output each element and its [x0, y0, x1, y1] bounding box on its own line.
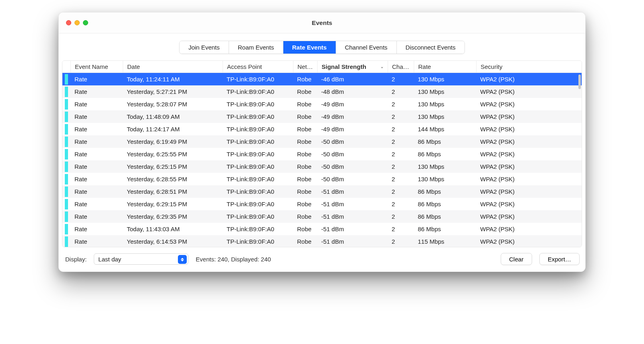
cell-event-name: Rate: [70, 238, 123, 245]
cell-date: Yesterday, 6:25:15 PM: [123, 163, 223, 170]
table-body[interactable]: RateToday, 11:24:11 AMTP-Link:B9:0F:A0Ro…: [62, 73, 582, 247]
export-button[interactable]: Export…: [539, 253, 580, 265]
cell-signal: -51 dBm: [317, 213, 388, 220]
cell-network: Robe: [293, 213, 317, 220]
table-row[interactable]: RateYesterday, 6:29:15 PMTP-Link:B9:0F:A…: [62, 198, 582, 210]
row-color-swatch: [62, 174, 70, 184]
table-row[interactable]: RateYesterday, 6:29:35 PMTP-Link:B9:0F:A…: [62, 210, 582, 223]
cell-rate: 130 Mbps: [414, 176, 476, 182]
cell-network: Robe: [293, 88, 317, 95]
cell-network: Robe: [293, 151, 317, 157]
cell-security: WPA2 (PSK): [476, 101, 582, 108]
col-access-point[interactable]: Access Point: [223, 61, 293, 73]
scrollbar[interactable]: [578, 75, 581, 89]
chevron-down-icon: ⌄: [380, 64, 384, 69]
cell-rate: 86 Mbps: [414, 151, 476, 157]
cell-channel: 2: [388, 138, 414, 145]
col-rate-label: Rate: [418, 63, 431, 70]
cell-security: WPA2 (PSK): [476, 188, 582, 195]
cell-channel: 2: [388, 76, 414, 83]
cell-channel: 2: [388, 176, 414, 182]
row-color-swatch: [62, 99, 70, 110]
cell-event-name: Rate: [70, 126, 123, 133]
footer: Display: Last day Events: 240, Displayed…: [59, 247, 585, 271]
cell-channel: 2: [388, 113, 414, 120]
cell-event-name: Rate: [70, 113, 123, 120]
col-network[interactable]: Net…: [293, 61, 318, 73]
col-date[interactable]: Date: [123, 61, 223, 73]
cell-signal: -48 dBm: [317, 88, 388, 95]
titlebar: Events: [59, 12, 585, 33]
cell-date: Today, 11:43:03 AM: [123, 226, 223, 232]
cell-rate: 130 Mbps: [414, 101, 476, 108]
cell-security: WPA2 (PSK): [476, 151, 582, 157]
col-net-label: Net…: [297, 63, 313, 70]
tab-disconnect-events[interactable]: Disconnect Events: [397, 41, 464, 54]
col-event-name[interactable]: Event Name: [71, 61, 123, 73]
cell-date: Yesterday, 6:28:51 PM: [123, 188, 223, 195]
table-row[interactable]: RateYesterday, 5:27:21 PMTP-Link:B9:0F:A…: [62, 85, 582, 98]
table-row[interactable]: RateYesterday, 6:14:53 PMTP-Link:B9:0F:A…: [62, 235, 582, 247]
cell-security: WPA2 (PSK): [476, 163, 582, 170]
table-row[interactable]: RateToday, 11:48:09 AMTP-Link:B9:0F:A0Ro…: [62, 110, 582, 123]
clear-button[interactable]: Clear: [501, 253, 532, 265]
col-color[interactable]: [62, 61, 71, 73]
display-range-value: Last day: [98, 256, 121, 263]
table-row[interactable]: RateToday, 11:43:03 AMTP-Link:B9:0F:A0Ro…: [62, 223, 582, 235]
cell-network: Robe: [293, 176, 317, 182]
tab-join-events[interactable]: Join Events: [180, 41, 229, 54]
cell-channel: 2: [388, 101, 414, 108]
table-row[interactable]: RateYesterday, 6:25:15 PMTP-Link:B9:0F:A…: [62, 160, 582, 173]
cell-security: WPA2 (PSK): [476, 138, 582, 145]
cell-access-point: TP-Link:B9:0F:A0: [223, 213, 293, 220]
events-table: Event Name Date Access Point Net… Signal…: [62, 60, 582, 247]
cell-network: Robe: [293, 101, 317, 108]
cell-security: WPA2 (PSK): [476, 176, 582, 182]
col-rate[interactable]: Rate: [414, 61, 477, 73]
cell-channel: 2: [388, 163, 414, 170]
cell-rate: 144 Mbps: [414, 126, 476, 133]
cell-channel: 2: [388, 226, 414, 232]
cell-event-name: Rate: [70, 188, 123, 195]
event-count-status: Events: 240, Displayed: 240: [196, 256, 271, 263]
cell-security: WPA2 (PSK): [476, 201, 582, 207]
cell-event-name: Rate: [70, 101, 123, 108]
cell-event-name: Rate: [70, 226, 123, 232]
col-channel[interactable]: Cha…: [388, 61, 414, 73]
table-row[interactable]: RateToday, 11:24:17 AMTP-Link:B9:0F:A0Ro…: [62, 123, 582, 135]
cell-date: Yesterday, 5:27:21 PM: [123, 88, 223, 95]
cell-network: Robe: [293, 138, 317, 145]
cell-access-point: TP-Link:B9:0F:A0: [223, 226, 293, 232]
cell-access-point: TP-Link:B9:0F:A0: [223, 113, 293, 120]
row-color-swatch: [62, 187, 70, 197]
table-row[interactable]: RateYesterday, 6:28:51 PMTP-Link:B9:0F:A…: [62, 185, 582, 198]
cell-date: Yesterday, 6:29:15 PM: [123, 201, 223, 207]
table-row[interactable]: RateToday, 11:24:11 AMTP-Link:B9:0F:A0Ro…: [62, 73, 582, 85]
cell-date: Yesterday, 6:19:49 PM: [123, 138, 223, 145]
tab-channel-events[interactable]: Channel Events: [336, 41, 397, 54]
cell-event-name: Rate: [70, 176, 123, 182]
table-row[interactable]: RateYesterday, 5:28:07 PMTP-Link:B9:0F:A…: [62, 98, 582, 110]
cell-channel: 2: [388, 188, 414, 195]
col-event-name-label: Event Name: [75, 63, 108, 70]
events-window: Events Join EventsRoam EventsRate Events…: [58, 12, 586, 272]
cell-event-name: Rate: [70, 76, 123, 83]
cell-security: WPA2 (PSK): [476, 126, 582, 133]
cell-network: Robe: [293, 126, 317, 133]
cell-security: WPA2 (PSK): [476, 238, 582, 245]
tab-rate-events[interactable]: Rate Events: [283, 41, 336, 54]
cell-access-point: TP-Link:B9:0F:A0: [223, 201, 293, 207]
col-security[interactable]: Security: [477, 61, 582, 73]
display-range-select[interactable]: Last day: [94, 253, 188, 265]
tab-roam-events[interactable]: Roam Events: [229, 41, 283, 54]
cell-access-point: TP-Link:B9:0F:A0: [223, 163, 293, 170]
cell-security: WPA2 (PSK): [476, 76, 582, 83]
cell-channel: 2: [388, 151, 414, 157]
table-row[interactable]: RateYesterday, 6:19:49 PMTP-Link:B9:0F:A…: [62, 135, 582, 148]
col-ap-label: Access Point: [227, 63, 262, 70]
cell-signal: -50 dBm: [317, 138, 388, 145]
col-signal-strength[interactable]: Signal Strength ⌄: [318, 61, 388, 73]
table-row[interactable]: RateYesterday, 6:28:55 PMTP-Link:B9:0F:A…: [62, 173, 582, 185]
cell-channel: 2: [388, 126, 414, 133]
table-row[interactable]: RateYesterday, 6:25:55 PMTP-Link:B9:0F:A…: [62, 148, 582, 160]
